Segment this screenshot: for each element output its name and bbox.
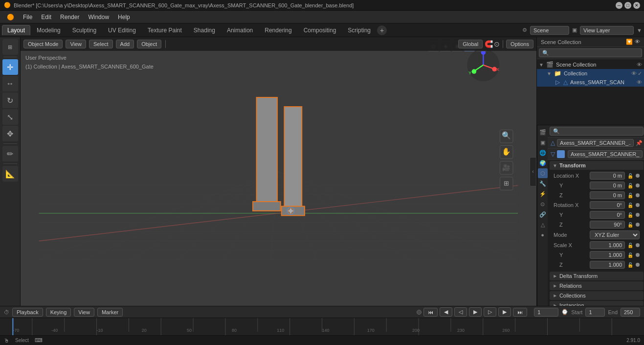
location-y-keyframe[interactable]: [636, 184, 640, 187]
collection-check-icon[interactable]: ✓: [638, 70, 642, 77]
tab-scripting[interactable]: Scripting: [342, 25, 376, 35]
pin-icon[interactable]: 📌: [636, 140, 643, 146]
outliner-mesh-item[interactable]: ▷ △ Axess_SMART_SCAN 👁: [537, 78, 644, 87]
prop-material-icon[interactable]: ●: [538, 230, 548, 240]
options-button[interactable]: Options: [506, 40, 533, 48]
tool-mode-selector[interactable]: ⊞: [2, 39, 18, 55]
scene-selector[interactable]: [530, 26, 569, 35]
prop-physics-icon[interactable]: ⊙: [538, 199, 548, 209]
next-keyframe-button[interactable]: ▷: [484, 307, 496, 317]
scale-x-lock[interactable]: 🔓: [627, 242, 634, 249]
close-button[interactable]: ✕: [633, 2, 640, 9]
start-frame-input[interactable]: [585, 308, 605, 317]
location-z-lock[interactable]: 🔓: [627, 192, 634, 199]
instancing-header[interactable]: ▼ Instancing: [550, 301, 644, 306]
scale-z-lock[interactable]: 🔓: [627, 261, 634, 268]
record-button[interactable]: [417, 310, 422, 315]
tab-layout[interactable]: Layout: [2, 25, 30, 35]
location-x-lock[interactable]: 🔓: [627, 172, 634, 179]
scale-y-value[interactable]: 1.000: [590, 251, 625, 259]
tab-shading[interactable]: Shading: [188, 25, 221, 35]
scale-x-keyframe[interactable]: [636, 243, 640, 247]
rotation-y-keyframe[interactable]: [636, 213, 640, 217]
tool-measure[interactable]: 📐: [2, 166, 18, 182]
tab-animation[interactable]: Animation: [222, 25, 258, 35]
rotation-x-lock[interactable]: 🔓: [627, 202, 634, 208]
snap-icon[interactable]: 🧲: [485, 40, 493, 48]
prop-modifier-icon[interactable]: 🔧: [538, 179, 548, 188]
scale-x-value[interactable]: 1.000: [590, 241, 625, 249]
viewport-add-menu[interactable]: Add: [116, 40, 134, 48]
tool-transform[interactable]: ✥: [2, 126, 18, 141]
location-y-lock[interactable]: 🔓: [627, 182, 634, 189]
tool-move[interactable]: ↔: [2, 76, 18, 92]
collapse-panel-button[interactable]: ‹: [530, 157, 536, 186]
end-frame-input[interactable]: [621, 308, 640, 317]
menu-help[interactable]: Help: [114, 13, 134, 22]
prop-scene-settings-icon[interactable]: 🌐: [538, 148, 548, 158]
tab-uv-editing[interactable]: UV Editing: [103, 25, 141, 35]
rotation-mode-select[interactable]: XYZ Euler: [590, 230, 640, 239]
transform-orientation[interactable]: Global: [458, 40, 483, 48]
rotation-z-value[interactable]: 90°: [590, 221, 625, 229]
viewport-mode-button[interactable]: Object Mode: [23, 40, 63, 48]
location-z-keyframe[interactable]: [636, 193, 640, 197]
maximize-button[interactable]: □: [624, 2, 631, 9]
prop-particles-icon[interactable]: ⚡: [538, 189, 548, 199]
prop-object-icon[interactable]: ⬡: [538, 168, 548, 178]
tool-cursor[interactable]: ✛: [2, 59, 18, 75]
prev-frame-button[interactable]: ◀: [440, 307, 452, 317]
jump-start-button[interactable]: ⏮: [423, 308, 438, 317]
menu-blender[interactable]: 🟠: [3, 13, 18, 22]
current-frame-input[interactable]: [534, 308, 558, 317]
rotation-z-keyframe[interactable]: [636, 223, 640, 227]
add-workspace-button[interactable]: +: [377, 25, 387, 35]
collections-header[interactable]: ▼ Collections: [550, 291, 644, 300]
scale-y-keyframe[interactable]: [636, 253, 640, 257]
tool-annotate[interactable]: ✏: [2, 146, 18, 161]
rotation-x-keyframe[interactable]: [636, 203, 640, 207]
timeline-view-menu[interactable]: View: [74, 308, 94, 317]
collection-eye-icon[interactable]: 👁: [631, 70, 637, 77]
outliner-search-input[interactable]: [539, 48, 642, 57]
prop-data-icon[interactable]: △: [538, 220, 548, 230]
location-x-keyframe[interactable]: [636, 174, 640, 178]
scene-eye-icon[interactable]: 👁: [637, 62, 642, 68]
marker-menu[interactable]: Marker: [97, 308, 123, 317]
relations-header[interactable]: ▼ Relations: [550, 281, 644, 290]
tab-texture-paint[interactable]: Texture Paint: [142, 25, 187, 35]
3d-viewport[interactable]: Object Mode View Select Add Object Globa…: [21, 37, 536, 306]
outliner-collection[interactable]: ▼ 📁 Collection 👁 ✓: [537, 69, 644, 78]
delta-transform-header[interactable]: ▼ Delta Transform: [550, 272, 644, 280]
rotation-y-lock[interactable]: 🔓: [627, 211, 634, 218]
proportional-icon[interactable]: ⊙: [494, 40, 500, 48]
menu-render[interactable]: Render: [56, 13, 83, 22]
scale-z-keyframe[interactable]: [636, 263, 640, 267]
outliner-eye-icon[interactable]: 👁: [635, 39, 640, 45]
viewport-view-menu[interactable]: View: [66, 40, 86, 48]
scale-z-value[interactable]: 1.000: [590, 261, 625, 269]
tab-rendering[interactable]: Rendering: [259, 25, 297, 35]
keying-menu[interactable]: Keying: [46, 308, 71, 317]
props-search-input[interactable]: [550, 127, 644, 136]
rotation-z-lock[interactable]: 🔓: [627, 221, 634, 228]
menu-file[interactable]: File: [19, 13, 36, 22]
rotation-x-value[interactable]: 0°: [590, 201, 625, 209]
viewport-object-menu[interactable]: Object: [137, 40, 161, 48]
object-name-field[interactable]: [557, 139, 634, 147]
next-frame-button[interactable]: ▶: [498, 307, 511, 317]
location-x-value[interactable]: 0 m: [590, 172, 625, 180]
menu-edit[interactable]: Edit: [37, 13, 55, 22]
prop-renderlayer-icon[interactable]: ▣: [538, 138, 548, 147]
tool-scale[interactable]: ⤡: [2, 109, 18, 125]
outliner-filter-icon[interactable]: 🔽: [626, 39, 633, 45]
window-controls[interactable]: ─ □ ✕: [616, 2, 640, 9]
menu-window[interactable]: Window: [84, 13, 113, 22]
view-layer-selector[interactable]: [580, 26, 634, 35]
tab-compositing[interactable]: Compositing: [298, 25, 342, 35]
outliner-scene-collection[interactable]: ▼ 🎬 Scene Collection 👁: [537, 60, 644, 69]
tool-rotate[interactable]: ↻: [2, 92, 18, 108]
prop-scene-icon[interactable]: 🎬: [538, 127, 548, 137]
tab-modeling[interactable]: Modeling: [31, 25, 66, 35]
play-button[interactable]: ▶: [469, 307, 482, 317]
